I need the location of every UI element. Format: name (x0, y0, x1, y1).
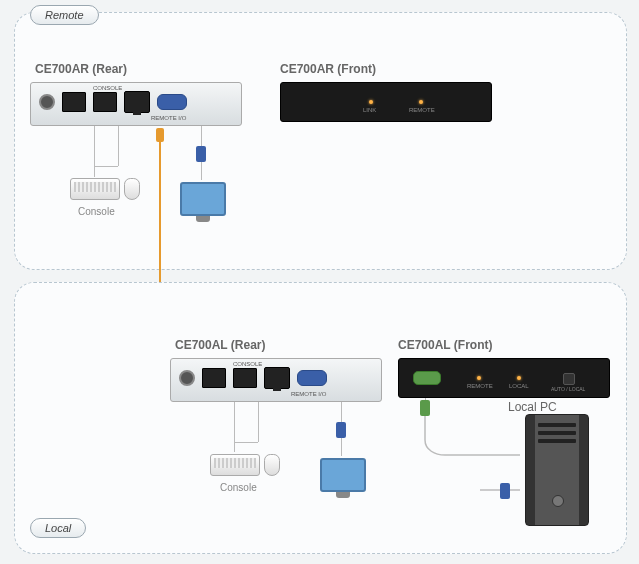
console-port-label: CONSOLE (93, 85, 122, 91)
usb-wire (118, 126, 119, 166)
link-led-label: LINK (363, 107, 376, 113)
usb-wire (94, 126, 95, 176)
console-label-remote: Console (78, 206, 115, 217)
remote-front-title: CE700AR (Front) (280, 62, 376, 76)
usb-connector-icon (500, 483, 510, 499)
remote-led-icon (419, 100, 423, 104)
usb-wire (234, 402, 235, 452)
vga-connector-icon (196, 146, 206, 162)
remote-rear-title: CE700AR (Rear) (35, 62, 127, 76)
usb-port-icon (93, 92, 117, 112)
mouse-icon (124, 178, 140, 200)
monitor-icon (320, 458, 366, 492)
usb-port-icon (233, 368, 257, 388)
vga-wire (201, 126, 202, 146)
local-led-label: LOCAL (509, 383, 529, 389)
rj45-plug-icon (156, 128, 164, 142)
vga-wire (341, 438, 342, 456)
auto-local-label: AUTO / LOCAL (551, 386, 585, 392)
usb-port-icon (62, 92, 86, 112)
rj45-port-icon (264, 367, 290, 389)
console-label-local: Console (220, 482, 257, 493)
diagram-canvas: { "sections": { "remote": { "tag": "Remo… (0, 0, 639, 564)
local-rear-device: CONSOLE REMOTE I/O (170, 358, 382, 402)
remote-led-label: REMOTE (409, 107, 435, 113)
vga-green-port-icon (413, 371, 441, 385)
power-jack-icon (39, 94, 55, 110)
keyboard-icon (210, 454, 260, 476)
vga-green-connector-icon (420, 400, 430, 416)
rj45-port-icon (124, 91, 150, 113)
vga-wire (341, 402, 342, 422)
remote-panel (14, 12, 627, 270)
local-pc-label: Local PC (508, 400, 557, 414)
remote-io-port-label: REMOTE I/O (151, 115, 186, 121)
remote-led-icon (477, 376, 481, 380)
vga-port-icon (297, 370, 327, 386)
link-led-icon (369, 100, 373, 104)
local-led-icon (517, 376, 521, 380)
vga-port-icon (157, 94, 187, 110)
usb-wire (258, 402, 259, 442)
auto-local-button (563, 373, 575, 385)
mouse-icon (264, 454, 280, 476)
vga-connector-icon (336, 422, 346, 438)
local-front-device: REMOTE LOCAL AUTO / LOCAL (398, 358, 610, 398)
remote-front-device: LINK REMOTE (280, 82, 492, 122)
local-rear-title: CE700AL (Rear) (175, 338, 265, 352)
usb-port-icon (202, 368, 226, 388)
usb-wire (234, 442, 258, 443)
remote-led-label: REMOTE (467, 383, 493, 389)
local-tag: Local (30, 518, 86, 538)
keyboard-icon (70, 178, 120, 200)
power-jack-icon (179, 370, 195, 386)
local-front-title: CE700AL (Front) (398, 338, 492, 352)
usb-wire (94, 166, 118, 167)
console-port-label: CONSOLE (233, 361, 262, 367)
remote-tag: Remote (30, 5, 99, 25)
pc-tower-icon (525, 414, 589, 526)
remote-io-port-label: REMOTE I/O (291, 391, 326, 397)
vga-wire (201, 162, 202, 180)
monitor-icon (180, 182, 226, 216)
remote-rear-device: CONSOLE REMOTE I/O (30, 82, 242, 126)
